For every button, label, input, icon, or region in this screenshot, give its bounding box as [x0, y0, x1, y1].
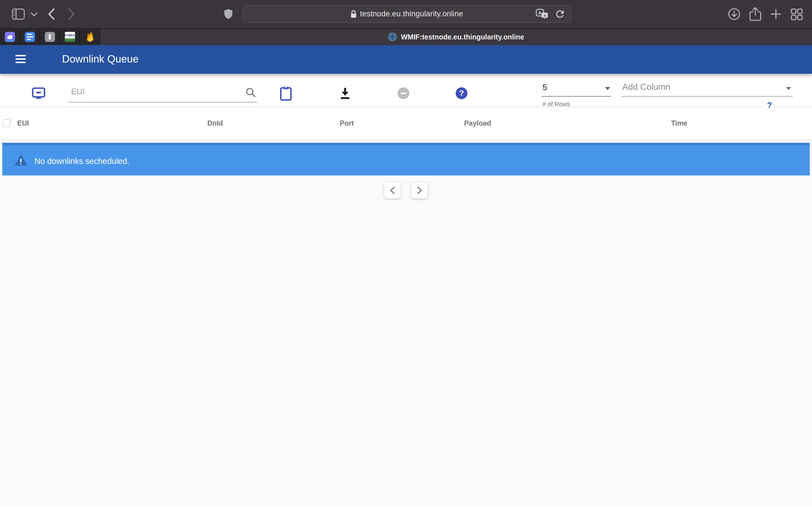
eui-search-field [68, 83, 257, 103]
new-tab-icon[interactable] [770, 8, 781, 20]
tab-strip: USDA WMIF:testnode.eu.thingularity.onlin… [0, 28, 812, 45]
app-bar: Downlink Queue Admin [0, 45, 812, 74]
search-icon[interactable] [246, 87, 256, 98]
pinned-tab-info[interactable] [40, 29, 60, 45]
rows-per-page-value: 5 [543, 82, 547, 92]
translate-icon[interactable]: A a [536, 9, 548, 19]
forward-icon[interactable] [68, 8, 75, 20]
back-icon[interactable] [47, 8, 55, 20]
globe-favicon-icon [388, 33, 397, 41]
role-select-value: Admin [504, 97, 528, 107]
active-tab[interactable]: WMIF:testnode.eu.thingularity.online [100, 29, 812, 45]
active-tab-title: WMIF:testnode.eu.thingularity.online [401, 33, 524, 41]
pinned-tab-icloud[interactable] [0, 29, 20, 45]
pinned-tab-docs[interactable] [20, 29, 40, 45]
toolbar-divider [29, 8, 29, 20]
firebase-favicon-icon [86, 32, 94, 42]
column-header-dnid[interactable]: DnId [207, 119, 223, 127]
sidebar-chevron-down-icon[interactable] [31, 12, 38, 17]
usda-favicon-icon: USDA [65, 32, 75, 42]
role-select[interactable]: Admin [504, 96, 676, 113]
rows-caret-down-icon [605, 87, 610, 90]
pagination [0, 182, 812, 199]
add-column-caret-down-icon [786, 87, 791, 90]
page-title: Downlink Queue [62, 53, 139, 65]
svg-text:A: A [538, 10, 542, 16]
role-caret-down-icon [669, 100, 674, 103]
column-header-eui[interactable]: EUI [17, 119, 29, 127]
privacy-shield-icon[interactable] [224, 9, 233, 19]
browser-toolbar: testnode.eu.thingularity.online A a [0, 0, 812, 28]
select-all-checkbox[interactable] [3, 119, 11, 127]
filter-help-icon[interactable] [456, 87, 467, 99]
add-column-select[interactable]: Add Column [621, 80, 793, 97]
filter-toolbar: 5 # of Rows Add Column [0, 74, 812, 107]
help-icon[interactable] [763, 99, 775, 111]
lock-icon [350, 10, 357, 18]
pinned-tab-firebase[interactable] [80, 29, 100, 45]
reload-icon[interactable] [554, 8, 566, 20]
next-page-button[interactable] [411, 182, 428, 199]
info-favicon-icon [45, 32, 55, 42]
empty-state-message: No downlinks secheduled. [35, 157, 130, 166]
column-header-payload[interactable]: Payload [464, 119, 491, 127]
menu-icon[interactable] [15, 55, 26, 64]
share-icon[interactable] [749, 7, 762, 21]
column-header-port[interactable]: Port [340, 119, 354, 127]
add-column-label: Add Column [622, 82, 670, 92]
refresh-icon[interactable] [705, 99, 717, 110]
column-header-time[interactable]: Time [671, 119, 688, 127]
url-text: testnode.eu.thingularity.online [360, 10, 463, 18]
clipboard-icon[interactable] [280, 86, 292, 101]
pinned-tab-usda[interactable]: USDA [60, 29, 80, 45]
empty-state-alert: No downlinks secheduled. [2, 143, 810, 175]
remove-icon[interactable] [398, 87, 409, 99]
rows-per-page-select[interactable]: 5 [541, 80, 611, 97]
tab-overview-icon[interactable] [791, 8, 803, 20]
prev-page-button[interactable] [384, 182, 401, 199]
eui-input[interactable] [68, 83, 257, 102]
usda-favicon-label: USDA [65, 33, 75, 38]
icloud-favicon-icon [5, 32, 15, 42]
device-display-icon[interactable] [32, 87, 45, 100]
svg-text:a: a [544, 13, 546, 17]
chevron-right-icon [416, 186, 423, 195]
address-bar[interactable]: testnode.eu.thingularity.online A a [243, 5, 571, 23]
chevron-left-icon [389, 186, 396, 195]
sidebar-toggle-icon[interactable] [12, 8, 25, 20]
downloads-icon[interactable] [728, 8, 741, 20]
table-header-row: EUI DnId Port Payload Time [0, 107, 812, 140]
docs-favicon-icon [25, 32, 35, 42]
download-icon[interactable] [339, 87, 351, 100]
warning-icon [14, 154, 28, 166]
